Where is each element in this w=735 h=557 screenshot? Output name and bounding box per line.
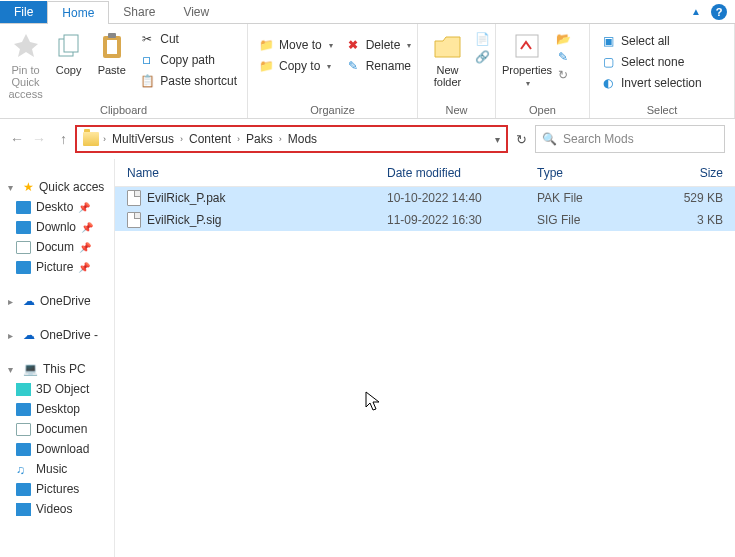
svg-rect-3: [107, 40, 117, 54]
select-none-button[interactable]: ▢Select none: [596, 53, 706, 71]
select-all-icon: ▣: [600, 33, 616, 49]
tree-item-downloads[interactable]: Downlo📌: [4, 217, 114, 237]
rename-button[interactable]: ✎Rename: [341, 57, 416, 75]
svg-rect-1: [64, 35, 78, 52]
copy-path-button[interactable]: 🗆Copy path: [135, 51, 241, 69]
copy-to-button[interactable]: 📁Copy to▾: [254, 57, 337, 75]
breadcrumb-item[interactable]: Paks: [244, 130, 275, 148]
file-date: 11-09-2022 16:30: [375, 213, 525, 227]
back-button[interactable]: ←: [10, 131, 24, 147]
tree-item-desktop[interactable]: Desktop: [4, 399, 114, 419]
help-icon[interactable]: ?: [711, 4, 727, 20]
file-name: EvilRick_P.pak: [147, 191, 225, 205]
star-icon: ★: [23, 180, 34, 194]
column-date[interactable]: Date modified: [375, 166, 525, 180]
paste-shortcut-button[interactable]: 📋Paste shortcut: [135, 72, 241, 90]
music-icon: ♫: [16, 463, 31, 476]
chevron-right-icon: ›: [237, 134, 240, 144]
downloads-icon: [16, 443, 31, 456]
tree-item-downloads[interactable]: Download: [4, 439, 114, 459]
chevron-down-icon: ▾: [526, 79, 530, 88]
tree-item-documents[interactable]: Docum📌: [4, 237, 114, 257]
delete-button[interactable]: ✖Delete▾: [341, 36, 416, 54]
pictures-icon: [16, 483, 31, 496]
tab-share[interactable]: Share: [109, 1, 169, 23]
folder-icon: [83, 132, 99, 146]
properties-button[interactable]: Properties ▾: [502, 26, 552, 90]
tab-home[interactable]: Home: [47, 1, 109, 24]
tree-item-pictures[interactable]: Picture📌: [4, 257, 114, 277]
copy-button[interactable]: Copy: [49, 26, 88, 76]
file-icon: [127, 190, 141, 206]
pin-label: Pin to Quick access: [6, 64, 45, 100]
onedrive-icon: ☁: [23, 328, 35, 342]
new-item-icon[interactable]: 📄: [475, 32, 489, 46]
history-icon[interactable]: ↻: [556, 68, 570, 82]
properties-label: Properties: [502, 64, 552, 76]
file-type: PAK File: [525, 191, 645, 205]
breadcrumb-item[interactable]: Mods: [286, 130, 319, 148]
new-folder-label: New folder: [424, 64, 471, 88]
cut-icon: ✂: [139, 31, 155, 47]
up-button[interactable]: ↑: [60, 131, 67, 147]
organize-group-label: Organize: [254, 104, 411, 118]
paste-icon: [99, 32, 125, 60]
file-icon: [127, 212, 141, 228]
search-input[interactable]: 🔍 Search Mods: [535, 125, 725, 153]
tree-onedrive[interactable]: ▸☁OneDrive: [4, 291, 114, 311]
documents-icon: [16, 423, 31, 436]
mouse-cursor-icon: [365, 391, 381, 411]
navigation-tree[interactable]: ▾★Quick acces Deskto📌 Downlo📌 Docum📌 Pic…: [0, 159, 115, 557]
column-type[interactable]: Type: [525, 166, 645, 180]
select-group-label: Select: [596, 104, 728, 118]
new-folder-button[interactable]: New folder: [424, 26, 471, 88]
easy-access-icon[interactable]: 🔗: [475, 50, 489, 64]
open-icon[interactable]: 📂: [556, 32, 570, 46]
desktop-icon: [16, 201, 31, 214]
videos-icon: [16, 503, 31, 516]
move-to-button[interactable]: 📁Move to▾: [254, 36, 337, 54]
select-all-button[interactable]: ▣Select all: [596, 32, 706, 50]
tree-item-3d-objects[interactable]: 3D Object: [4, 379, 114, 399]
column-name[interactable]: Name: [115, 166, 375, 180]
pin-to-quick-access-button[interactable]: Pin to Quick access: [6, 26, 45, 100]
tree-item-documents[interactable]: Documen: [4, 419, 114, 439]
invert-selection-button[interactable]: ◐Invert selection: [596, 74, 706, 92]
select-none-icon: ▢: [600, 54, 616, 70]
refresh-button[interactable]: ↻: [516, 132, 527, 147]
onedrive-icon: ☁: [23, 294, 35, 308]
cut-button[interactable]: ✂Cut: [135, 30, 241, 48]
tree-quick-access[interactable]: ▾★Quick acces: [4, 177, 114, 197]
paste-button[interactable]: Paste: [92, 26, 131, 76]
tree-onedrive-personal[interactable]: ▸☁OneDrive -: [4, 325, 114, 345]
tree-item-pictures[interactable]: Pictures: [4, 479, 114, 499]
invert-selection-icon: ◐: [600, 75, 616, 91]
file-row[interactable]: EvilRick_P.pak 10-10-2022 14:40 PAK File…: [115, 187, 735, 209]
tree-item-videos[interactable]: Videos: [4, 499, 114, 519]
tree-item-desktop[interactable]: Deskto📌: [4, 197, 114, 217]
downloads-icon: [16, 221, 31, 234]
edit-icon[interactable]: ✎: [556, 50, 570, 64]
chevron-right-icon: ›: [103, 134, 106, 144]
desktop-icon: [16, 403, 31, 416]
tab-view[interactable]: View: [169, 1, 223, 23]
svg-rect-4: [108, 33, 116, 38]
pin-icon: 📌: [78, 262, 90, 273]
new-folder-icon: [433, 33, 463, 59]
file-size: 3 KB: [645, 213, 735, 227]
pin-icon: 📌: [78, 202, 90, 213]
column-size[interactable]: Size: [645, 166, 735, 180]
breadcrumb-item[interactable]: MultiVersus: [110, 130, 176, 148]
address-dropdown-icon[interactable]: ▾: [495, 134, 500, 145]
search-placeholder: Search Mods: [563, 132, 634, 146]
address-bar[interactable]: › MultiVersus › Content › Paks › Mods ▾: [75, 125, 508, 153]
file-row[interactable]: EvilRick_P.sig 11-09-2022 16:30 SIG File…: [115, 209, 735, 231]
rename-icon: ✎: [345, 58, 361, 74]
tree-this-pc[interactable]: ▾💻This PC: [4, 359, 114, 379]
collapse-ribbon-icon[interactable]: ▲: [691, 6, 701, 17]
tree-item-music[interactable]: ♫Music: [4, 459, 114, 479]
breadcrumb-item[interactable]: Content: [187, 130, 233, 148]
chevron-down-icon: ▾: [407, 41, 411, 50]
tab-file[interactable]: File: [0, 1, 47, 23]
forward-button[interactable]: →: [32, 131, 46, 147]
